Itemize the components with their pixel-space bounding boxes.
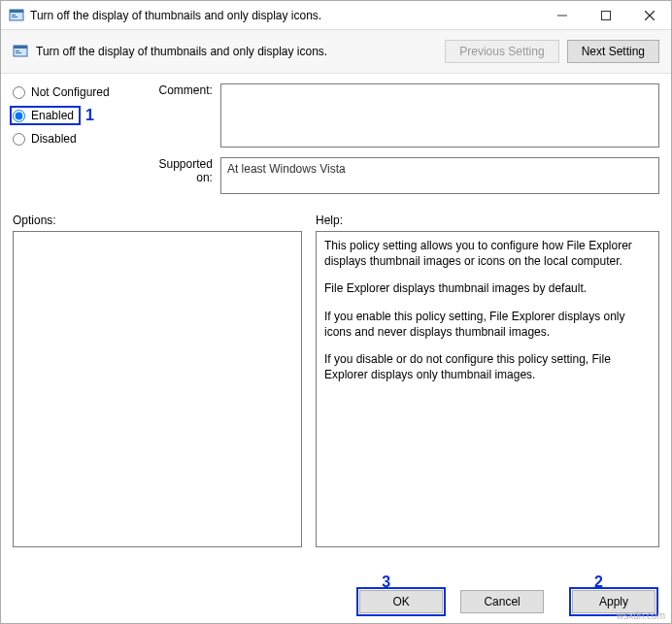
options-panel[interactable] bbox=[13, 231, 302, 547]
annotation-3: 3 bbox=[382, 574, 390, 591]
radio-disabled[interactable]: Disabled bbox=[13, 132, 149, 146]
minimize-icon bbox=[557, 11, 567, 20]
toolbar: Turn off the display of thumbnails and o… bbox=[1, 30, 671, 74]
help-label: Help: bbox=[316, 213, 659, 227]
ok-button[interactable]: OK bbox=[359, 590, 443, 613]
previous-setting-button: Previous Setting bbox=[445, 40, 558, 63]
radio-label: Not Configured bbox=[31, 85, 110, 99]
svg-rect-9 bbox=[14, 46, 27, 49]
help-text: If you disable or do not configure this … bbox=[324, 351, 651, 382]
watermark: wsxdn.com bbox=[617, 610, 665, 621]
comment-label: Comment: bbox=[149, 83, 220, 148]
policy-icon bbox=[13, 44, 28, 59]
policy-icon bbox=[9, 8, 24, 23]
svg-rect-2 bbox=[12, 15, 16, 16]
maximize-icon bbox=[601, 11, 611, 20]
state-radiogroup: Not Configured Enabled 1 Disabled bbox=[13, 83, 149, 204]
config-area: Not Configured Enabled 1 Disabled Commen… bbox=[1, 74, 671, 208]
next-setting-button[interactable]: Next Setting bbox=[567, 40, 659, 63]
radio-label: Enabled bbox=[31, 109, 74, 122]
svg-rect-3 bbox=[12, 16, 17, 17]
options-label: Options: bbox=[13, 213, 302, 227]
comment-input[interactable] bbox=[220, 83, 659, 148]
help-panel[interactable]: This policy setting allows you to config… bbox=[316, 231, 659, 547]
svg-rect-11 bbox=[16, 52, 21, 53]
annotation-1: 1 bbox=[85, 107, 94, 124]
window-title: Turn off the display of thumbnails and o… bbox=[30, 9, 540, 22]
annotation-2: 2 bbox=[594, 574, 603, 591]
cancel-button[interactable]: Cancel bbox=[460, 590, 544, 613]
svg-rect-1 bbox=[10, 10, 23, 13]
help-text: File Explorer displays thumbnail images … bbox=[324, 280, 651, 296]
close-icon bbox=[645, 11, 655, 20]
radio-disabled-input[interactable] bbox=[13, 133, 25, 146]
radio-not-configured-input[interactable] bbox=[13, 86, 25, 99]
radio-not-configured[interactable]: Not Configured bbox=[13, 85, 149, 99]
titlebar: Turn off the display of thumbnails and o… bbox=[1, 1, 671, 30]
svg-rect-10 bbox=[16, 50, 19, 51]
help-text: This policy setting allows you to config… bbox=[324, 238, 651, 269]
radio-enabled[interactable]: Enabled bbox=[13, 109, 78, 122]
supported-on-field: At least Windows Vista bbox=[220, 157, 659, 194]
details-area: Options: Help: This policy setting allow… bbox=[1, 208, 671, 547]
minimize-button[interactable] bbox=[540, 1, 584, 30]
svg-rect-5 bbox=[601, 11, 610, 19]
close-button[interactable] bbox=[627, 1, 671, 30]
radio-label: Disabled bbox=[31, 132, 77, 146]
toolbar-title: Turn off the display of thumbnails and o… bbox=[36, 45, 445, 58]
maximize-button[interactable] bbox=[584, 1, 627, 30]
help-text: If you enable this policy setting, File … bbox=[324, 309, 651, 340]
supported-label: Supported on: bbox=[149, 157, 220, 194]
radio-enabled-input[interactable] bbox=[13, 110, 25, 122]
dialog-buttons: 3 OK Cancel 2 Apply bbox=[341, 590, 655, 613]
